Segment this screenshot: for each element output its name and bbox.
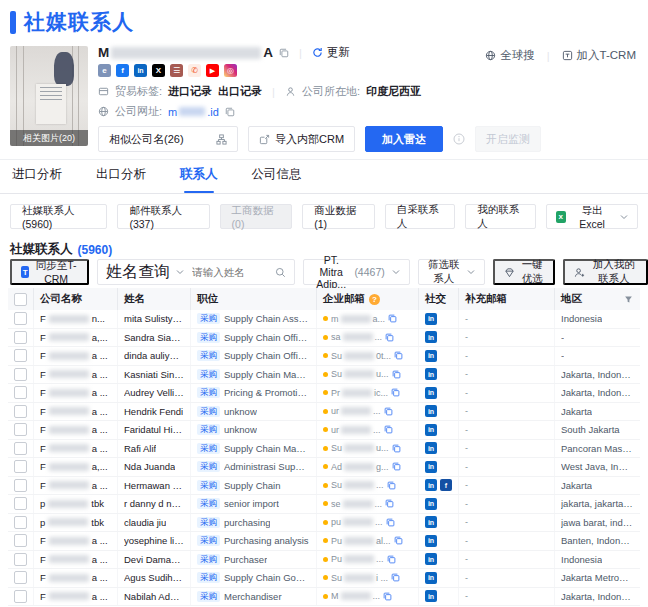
- copy-email-icon[interactable]: [394, 536, 403, 545]
- tab-contacts[interactable]: 联系人: [180, 166, 218, 193]
- select-all-checkbox[interactable]: [14, 293, 27, 306]
- update-button[interactable]: 更新: [312, 45, 350, 60]
- linkedin-icon[interactable]: in: [425, 461, 437, 473]
- tab-company-info[interactable]: 公司信息: [252, 166, 302, 193]
- copy-email-icon[interactable]: [392, 370, 401, 379]
- linkedin-icon[interactable]: in: [425, 535, 437, 547]
- copy-email-icon[interactable]: [387, 481, 396, 490]
- linkedin-icon[interactable]: in: [425, 572, 437, 584]
- related-images-label[interactable]: 相关图片(20): [10, 130, 88, 146]
- linkedin-icon[interactable]: in: [425, 368, 437, 380]
- row-checkbox[interactable]: [14, 516, 27, 529]
- import-internal-crm-button[interactable]: 导入内部CRM: [248, 126, 355, 152]
- row-checkbox[interactable]: [14, 534, 27, 547]
- pill-email-contacts[interactable]: 邮件联系人(337): [117, 204, 209, 229]
- copy-email-icon[interactable]: [391, 388, 400, 397]
- instagram-icon[interactable]: ◎: [224, 64, 237, 77]
- col-email: 企业邮箱 ?: [317, 288, 419, 310]
- linkedin-icon[interactable]: in: [425, 590, 437, 602]
- row-checkbox[interactable]: [14, 405, 27, 418]
- export-record-tag[interactable]: 出口记录: [218, 84, 262, 99]
- copy-url-icon[interactable]: [225, 107, 235, 117]
- tab-export-analysis[interactable]: 出口分析: [96, 166, 146, 193]
- sync-tcrm-button[interactable]: T 同步至T-CRM: [10, 259, 89, 285]
- purchase-tag: 采购: [197, 591, 220, 602]
- region-filter-icon[interactable]: [624, 295, 633, 304]
- row-checkbox[interactable]: [14, 442, 27, 455]
- row-checkbox[interactable]: [14, 553, 27, 566]
- linkedin-icon[interactable]: in: [425, 498, 437, 510]
- company-website-link[interactable]: m .id: [168, 106, 219, 118]
- row-checkbox[interactable]: [14, 479, 27, 492]
- add-to-my-contacts-button[interactable]: 加入我的联系人: [563, 259, 648, 285]
- linkedin-icon[interactable]: in: [425, 331, 437, 343]
- linkedin-icon[interactable]: in: [425, 479, 437, 491]
- phone-icon[interactable]: ✆: [188, 64, 201, 77]
- company-filter-dropdown[interactable]: PT. Mitra Adip... (4467): [303, 259, 410, 285]
- name-cell: claudia jiu: [118, 514, 191, 532]
- global-search-link[interactable]: 全球搜: [485, 48, 535, 63]
- facebook-icon[interactable]: f: [116, 64, 129, 77]
- filter-contacts-dropdown[interactable]: 筛选联系人: [418, 259, 485, 285]
- copy-email-icon[interactable]: [384, 425, 393, 434]
- copy-company-name-icon[interactable]: [279, 48, 289, 58]
- row-checkbox[interactable]: [14, 312, 27, 325]
- pill-social-contacts[interactable]: 社媒联系人(5960): [10, 204, 107, 229]
- copy-email-icon[interactable]: [394, 351, 403, 360]
- row-checkbox[interactable]: [14, 460, 27, 473]
- linkedin-icon[interactable]: in: [425, 405, 437, 417]
- row-checkbox[interactable]: [14, 590, 27, 603]
- import-record-tag[interactable]: 进口记录: [168, 84, 212, 99]
- copy-email-icon[interactable]: [386, 518, 395, 527]
- start-monitoring-button[interactable]: 开启监测: [475, 126, 541, 152]
- similar-companies-button[interactable]: 相似公司名(26): [98, 126, 238, 152]
- youtube-icon[interactable]: ▶: [206, 64, 219, 77]
- tab-import-analysis[interactable]: 进口分析: [12, 166, 62, 193]
- join-tcrm-link[interactable]: 加入T-CRM: [562, 48, 636, 63]
- copy-email-icon[interactable]: [392, 444, 401, 453]
- linkedin-icon[interactable]: in: [425, 387, 437, 399]
- facebook-icon[interactable]: f: [440, 479, 452, 491]
- one-click-optimize-button[interactable]: 一键优选: [493, 259, 556, 285]
- pill-business-registry[interactable]: 工商数据(0): [220, 204, 293, 229]
- row-checkbox[interactable]: [14, 497, 27, 510]
- row-checkbox[interactable]: [14, 386, 27, 399]
- info-icon[interactable]: [453, 133, 465, 145]
- name-cell: Nda Juanda: [118, 458, 191, 476]
- pill-commercial-data[interactable]: 商业数据(1): [302, 204, 375, 229]
- row-checkbox[interactable]: [14, 368, 27, 381]
- copy-email-icon[interactable]: [388, 314, 397, 323]
- linkedin-icon[interactable]: in: [425, 313, 437, 325]
- copy-email-icon[interactable]: [387, 555, 396, 564]
- copy-email-icon[interactable]: [391, 573, 400, 582]
- website-icon[interactable]: e: [98, 64, 111, 77]
- export-excel-button[interactable]: x 导出 Excel: [546, 204, 638, 229]
- redacted-email: [341, 407, 371, 415]
- name-search-input[interactable]: [190, 265, 269, 279]
- name-query-dropdown[interactable]: 姓名查询: [106, 262, 170, 283]
- pill-my-contacts[interactable]: 我的联系人: [465, 204, 536, 229]
- linkedin-icon[interactable]: in: [425, 350, 437, 362]
- address-book-icon[interactable]: ☰: [170, 64, 183, 77]
- copy-email-icon[interactable]: [392, 462, 401, 471]
- row-checkbox[interactable]: [14, 571, 27, 584]
- linkedin-icon[interactable]: in: [425, 516, 437, 528]
- linkedin-icon[interactable]: in: [425, 424, 437, 436]
- row-checkbox[interactable]: [14, 423, 27, 436]
- row-checkbox[interactable]: [14, 349, 27, 362]
- copy-email-icon[interactable]: [385, 333, 394, 342]
- row-checkbox[interactable]: [14, 331, 27, 344]
- pill-self-collected[interactable]: 自采联系人: [385, 204, 456, 229]
- company-cell: F a ...: [34, 477, 118, 495]
- copy-email-icon[interactable]: [383, 592, 392, 601]
- search-icon[interactable]: [275, 267, 286, 278]
- copy-email-icon[interactable]: [384, 407, 393, 416]
- copy-email-icon[interactable]: [385, 499, 394, 508]
- join-radar-button[interactable]: 加入雷达: [365, 126, 443, 152]
- x-icon[interactable]: X: [152, 64, 165, 77]
- linkedin-icon[interactable]: in: [425, 442, 437, 454]
- email-help-icon[interactable]: ?: [369, 294, 380, 305]
- linkedin-icon[interactable]: in: [134, 64, 147, 77]
- linkedin-icon[interactable]: in: [425, 553, 437, 565]
- company-photo[interactable]: 相关图片(20): [10, 46, 88, 146]
